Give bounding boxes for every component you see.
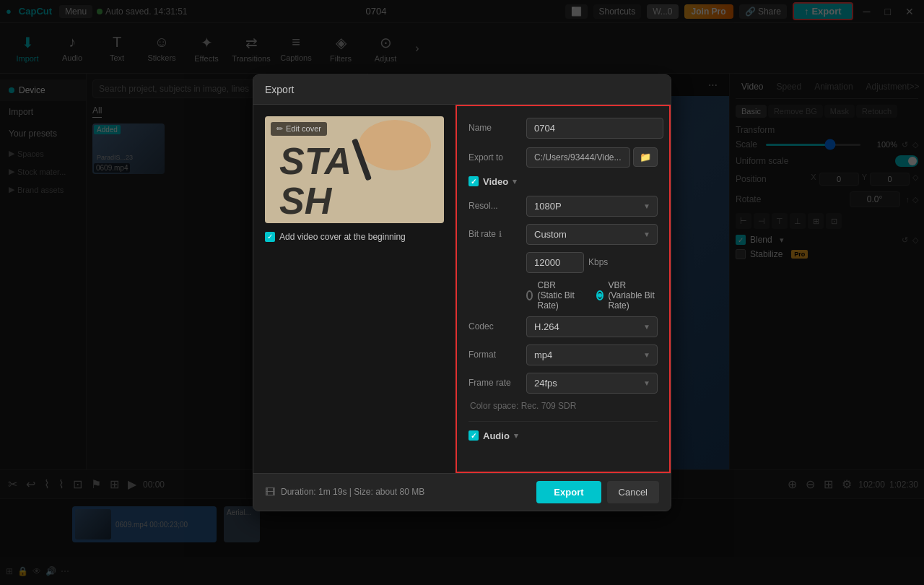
- footer-film-icon: 🎞: [265, 486, 275, 498]
- export-settings: Name Export to 📁 ✓ Video ▾: [456, 105, 671, 473]
- edit-cover-btn[interactable]: ✏ Edit cover: [271, 122, 327, 136]
- video-section-checkbox[interactable]: ✓: [468, 176, 479, 186]
- format-label: Format: [468, 350, 526, 360]
- bitrate-row: Bit rate ℹ Custom Auto: [468, 224, 658, 245]
- bitrate-unit: Kbps: [588, 257, 608, 267]
- resolution-row: Resol... 1080P 720P 4K: [468, 196, 658, 217]
- video-section-arrow[interactable]: ▾: [513, 177, 517, 186]
- framerate-label: Frame rate: [468, 378, 526, 388]
- export-path-label: Export to: [468, 152, 526, 162]
- audio-check-icon: ✓: [471, 432, 476, 440]
- codec-row: Codec H.264 H.265: [468, 316, 658, 337]
- modal-overlay: Export STA SH: [0, 0, 924, 585]
- add-cover-label: Add video cover at the beginning: [279, 232, 406, 242]
- resolution-label: Resol...: [468, 201, 526, 211]
- cbr-radio[interactable]: [526, 290, 533, 300]
- codec-label: Codec: [468, 321, 526, 332]
- export-path-row: Export to 📁: [468, 147, 658, 168]
- export-cancel-btn[interactable]: Cancel: [607, 481, 659, 503]
- bitrate-mode-row: CBR (Static Bit Rate) VBR (Variable Bit …: [526, 280, 658, 311]
- add-cover-check-icon: ✓: [267, 233, 273, 240]
- export-duration-size: Duration: 1m 19s | Size: about 80 MB: [281, 487, 531, 497]
- edit-icon: ✏: [276, 124, 283, 134]
- audio-section-label: Audio: [483, 430, 510, 441]
- video-check-icon: ✓: [471, 178, 476, 186]
- bitrate-value-input[interactable]: [526, 252, 584, 273]
- audio-section-checkbox[interactable]: ✓: [468, 430, 479, 441]
- export-title: Export: [265, 84, 294, 95]
- bitrate-info-icon: ℹ: [499, 230, 502, 239]
- codec-select-wrapper: H.264 H.265: [526, 316, 658, 337]
- export-name-label: Name: [468, 123, 526, 133]
- export-confirm-btn[interactable]: Export: [536, 481, 601, 503]
- export-cover[interactable]: STA SH ✏ Edit cover: [265, 116, 444, 223]
- export-name-row: Name: [468, 118, 658, 139]
- audio-section: ✓ Audio ▾: [468, 430, 658, 441]
- format-select-wrapper: mp4 mov: [526, 344, 658, 365]
- resolution-select[interactable]: 1080P 720P 4K: [526, 196, 658, 217]
- bitrate-custom-wrapper: Custom Auto: [526, 224, 658, 245]
- export-name-input[interactable]: [526, 118, 663, 139]
- bitrate-label: Bit rate ℹ: [468, 229, 526, 239]
- export-folder-btn[interactable]: 📁: [633, 147, 658, 167]
- audio-section-arrow[interactable]: ▾: [514, 431, 518, 441]
- video-section-label: Video: [483, 176, 508, 187]
- framerate-select[interactable]: 24fps 30fps 60fps: [526, 373, 658, 394]
- vbr-radio-dot: [598, 293, 602, 298]
- vbr-radio[interactable]: [596, 290, 603, 300]
- vbr-option[interactable]: VBR (Variable Bit Rate): [596, 280, 658, 311]
- export-footer: 🎞 Duration: 1m 19s | Size: about 80 MB E…: [253, 473, 671, 511]
- framerate-select-wrapper: 24fps 30fps 60fps: [526, 373, 658, 394]
- export-preview: STA SH ✏ Edit cover ✓ Add video cover at…: [253, 105, 456, 473]
- framerate-row: Frame rate 24fps 30fps 60fps: [468, 373, 658, 394]
- export-divider: [468, 421, 658, 422]
- add-cover-checkbox[interactable]: ✓: [265, 232, 275, 242]
- export-modal: Export STA SH: [253, 74, 671, 511]
- resolution-select-wrapper: 1080P 720P 4K: [526, 196, 658, 217]
- export-path-input[interactable]: [526, 147, 630, 168]
- cbr-option[interactable]: CBR (Static Bit Rate): [526, 280, 582, 311]
- svg-text:STA: STA: [279, 140, 352, 182]
- vbr-label: VBR (Variable Bit Rate): [608, 280, 658, 311]
- format-row: Format mp4 mov: [468, 344, 658, 365]
- export-body: STA SH ✏ Edit cover ✓ Add video cover at…: [253, 105, 671, 473]
- color-space-info: Color space: Rec. 709 SDR: [468, 401, 658, 411]
- codec-select[interactable]: H.264 H.265: [526, 316, 658, 337]
- export-header: Export: [253, 75, 671, 105]
- svg-point-1: [359, 120, 431, 170]
- add-cover-row: ✓ Add video cover at the beginning: [265, 232, 444, 242]
- svg-text:SH: SH: [279, 180, 333, 222]
- bitrate-value-wrapper: Kbps: [526, 252, 658, 273]
- bitrate-custom-select[interactable]: Custom Auto: [526, 224, 658, 245]
- video-section: ✓ Video ▾: [468, 176, 658, 187]
- format-select[interactable]: mp4 mov: [526, 344, 658, 365]
- cbr-label: CBR (Static Bit Rate): [537, 280, 582, 311]
- bitrate-value-row: Kbps: [468, 252, 658, 273]
